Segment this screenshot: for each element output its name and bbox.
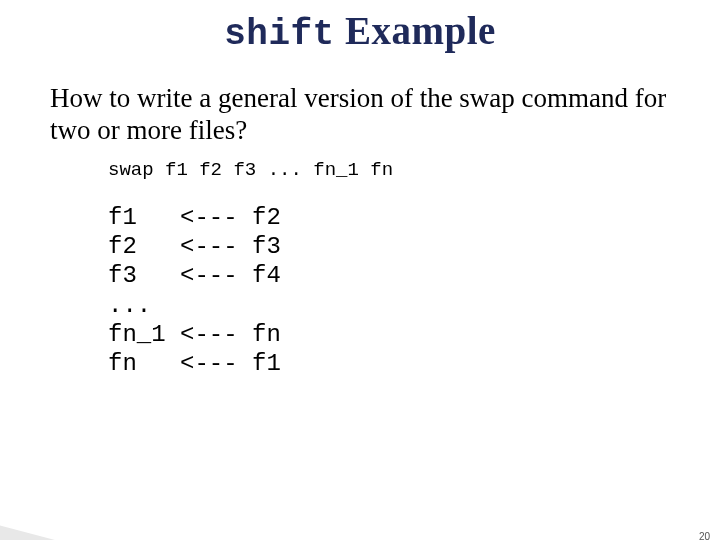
- command-line: swap f1 f2 f3 ... fn_1 fn: [108, 159, 720, 181]
- slide-title: shift Example: [0, 8, 720, 55]
- slide: shift Example How to write a general ver…: [0, 8, 720, 540]
- svg-marker-0: [0, 478, 540, 540]
- title-code-word: shift: [224, 14, 335, 55]
- title-rest: Example: [335, 9, 496, 52]
- body-text: How to write a general version of the sw…: [50, 83, 672, 147]
- svg-marker-1: [0, 508, 500, 540]
- page-number: 20: [699, 531, 710, 540]
- decorative-wedge: [0, 348, 540, 540]
